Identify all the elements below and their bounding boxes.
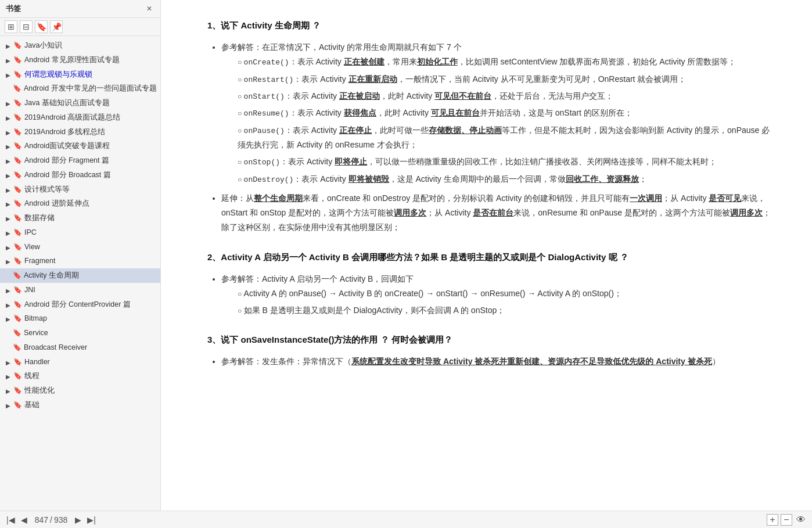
- arrow-icon: ▶: [6, 69, 12, 80]
- list-item: 参考解答：发生条件：异常情况下（系统配置发生改变时导致 Activity 被杀死…: [221, 354, 777, 369]
- sidebar-item-jni[interactable]: ▶ 🔖 JNI: [0, 283, 160, 297]
- sidebar-item-pessimistic[interactable]: ▶ 🔖 何谓悲观锁与乐观锁: [0, 67, 160, 82]
- toolbar-icon-2[interactable]: ⊟: [20, 20, 33, 33]
- sidebar-item-basics[interactable]: ▶ 🔖 基础: [0, 398, 160, 412]
- arrow-icon: ▶: [6, 227, 12, 238]
- bookmark-icon: 🔖: [13, 342, 21, 353]
- bookmark-icon: 🔖: [13, 98, 22, 108]
- zoom-out-button[interactable]: −: [781, 514, 792, 526]
- sidebar-header: 书签 ✕: [0, 0, 160, 18]
- bookmark-icon: 🔖: [13, 55, 22, 65]
- list-item: onRestart()：表示 Activity 正在重新启动，一般情况下，当前 …: [238, 72, 777, 87]
- bookmark-icon: 🔖: [13, 141, 22, 151]
- sidebar-item-2019-advanced[interactable]: ▶ 🔖 2019Android 高级面试题总结: [0, 110, 160, 125]
- next-page-button[interactable]: ▶: [73, 515, 83, 525]
- sidebar-item-thread[interactable]: ▶ 🔖 线程: [0, 369, 160, 383]
- bookmark-icon: 🔖: [13, 400, 22, 410]
- method-onstop: onStop(): [244, 158, 280, 167]
- sidebar-item-android-interview[interactable]: ▶ 🔖 Android 常见原理性面试专题: [0, 53, 160, 67]
- sidebar-item-fragment[interactable]: ▶ 🔖 Fragment: [0, 254, 160, 268]
- method-onstart: onStart(): [244, 92, 285, 101]
- sidebar-item-data-storage[interactable]: ▶ 🔖 数据存储: [0, 211, 160, 225]
- sidebar-item-label: 数据存储: [24, 213, 55, 224]
- arrow-icon: ▶: [6, 198, 12, 209]
- sidebar-item-android-fragment[interactable]: ▶ 🔖 Android 部分 Fragment 篇: [0, 153, 160, 168]
- bottom-nav-left: |◀ ◀ 847/938 ▶ ▶|: [5, 515, 98, 525]
- bottom-bar: |◀ ◀ 847/938 ▶ ▶| + − 👁: [0, 511, 812, 528]
- sidebar-item-label: Java 基础知识点面试专题: [24, 98, 110, 109]
- list-item: 参考解答：Activity A 启动另一个 Activity B，回调如下 Ac…: [221, 272, 777, 318]
- sidebar-item-handler[interactable]: ▶ 🔖 Handler: [0, 355, 160, 369]
- sidebar-item-service[interactable]: 🔖 Service: [0, 326, 160, 340]
- toolbar-icon-3[interactable]: 🔖: [35, 20, 48, 33]
- arrow-icon: ▶: [6, 285, 12, 295]
- bookmark-icon: 🔖: [13, 299, 22, 310]
- eye-icon[interactable]: 👁: [795, 515, 807, 525]
- bookmark-icon: 🔖: [13, 155, 22, 166]
- content-area: 1、说下 Activity 生命周期 ？ 参考解答：在正常情况下，Activit…: [161, 0, 812, 511]
- sidebar-item-label: Java小知识: [24, 40, 62, 51]
- sidebar-item-label: Activity 生命周期: [24, 270, 79, 281]
- close-icon[interactable]: ✕: [144, 3, 155, 14]
- method-oncreate: onCreate(): [244, 58, 289, 67]
- arrow-icon: ▶: [6, 256, 12, 266]
- sidebar-item-view[interactable]: ▶ 🔖 View: [0, 240, 160, 254]
- sidebar-item-java-basics[interactable]: ▶ 🔖 Java 基础知识点面试专题: [0, 96, 160, 110]
- method-onresume: onResume(): [244, 109, 289, 118]
- list-item: Activity A 的 onPause() → Activity B 的 on…: [238, 286, 777, 301]
- question-2-list: 参考解答：Activity A 启动另一个 Activity B，回调如下 Ac…: [221, 272, 777, 318]
- sidebar-item-android-course[interactable]: ▶ 🔖 Android面试突破专题课程: [0, 139, 160, 153]
- sidebar-item-contentprovider[interactable]: ▶ 🔖 Android 部分 ContentProvider 篇: [0, 297, 160, 312]
- bookmark-icon: 🔖: [13, 371, 22, 381]
- sidebar-item-label: Android 部分 ContentProvider 篇: [24, 299, 131, 310]
- sidebar-item-bitmap[interactable]: ▶ 🔖 Bitmap: [0, 311, 160, 326]
- sidebar-item-label: Fragment: [24, 256, 56, 267]
- sidebar-item-activity-lifecycle[interactable]: 🔖 Activity 生命周期: [0, 268, 160, 283]
- page-current: 847: [33, 515, 50, 525]
- sidebar-item-performance[interactable]: ▶ 🔖 性能优化: [0, 383, 160, 398]
- sidebar-item-label: 设计模式等等: [24, 184, 70, 195]
- arrow-icon: ▶: [6, 385, 12, 396]
- zoom-in-button[interactable]: +: [767, 514, 778, 526]
- bookmark-icon: 🔖: [13, 198, 22, 209]
- bookmark-icon: 🔖: [13, 227, 22, 238]
- bookmark-icon: 🔖: [13, 357, 22, 367]
- question-3-list: 参考解答：发生条件：异常情况下（系统配置发生改变时导致 Activity 被杀死…: [221, 354, 777, 369]
- arrow-icon: ▶: [6, 184, 12, 195]
- arrow-icon: ▶: [6, 357, 12, 367]
- sidebar-item-broadcast-receiver[interactable]: 🔖 Broadcast Receiver: [0, 340, 160, 355]
- sidebar-item-android-extension[interactable]: ▶ 🔖 Android 进阶延伸点: [0, 196, 160, 211]
- sidebar-item-label: 线程: [24, 371, 39, 382]
- toolbar-icon-1[interactable]: ⊞: [5, 20, 17, 33]
- sidebar-item-label: Android 常见原理性面试专题: [24, 55, 120, 66]
- list-item: onStart()：表示 Activity 正在被启动，此时 Activity …: [238, 89, 777, 103]
- sidebar-item-android-broadcast[interactable]: ▶ 🔖 Android 部分 Broadcast 篇: [0, 168, 160, 182]
- sidebar-item-label: IPC: [24, 227, 37, 238]
- bookmark-icon: 🔖: [13, 83, 21, 94]
- first-page-button[interactable]: |◀: [5, 515, 17, 525]
- sidebar-item-label: JNI: [24, 285, 35, 296]
- arrow-icon: ▶: [6, 299, 12, 310]
- prev-page-button[interactable]: ◀: [19, 515, 29, 525]
- sidebar-item-label: Bitmap: [24, 313, 47, 324]
- arrow-icon: ▶: [6, 98, 12, 108]
- sidebar-item-label: Broadcast Receiver: [24, 342, 87, 353]
- sidebar-item-label: View: [24, 242, 40, 253]
- sidebar-item-android-common[interactable]: 🔖 Android 开发中常见的一些问题面试专题: [0, 81, 160, 96]
- sidebar-item-java-knowledge[interactable]: ▶ 🔖 Java小知识: [0, 38, 160, 53]
- bookmark-icon: 🔖: [13, 40, 22, 51]
- bottom-nav-right: + − 👁: [767, 514, 807, 526]
- bookmark-icon: 🔖: [13, 69, 22, 80]
- sidebar-item-design-patterns[interactable]: ▶ 🔖 设计模式等等: [0, 182, 160, 197]
- arrow-icon: ▶: [6, 40, 12, 51]
- sidebar-item-label: Android 进阶延伸点: [24, 198, 89, 209]
- arrow-icon: ▶: [6, 127, 12, 137]
- sidebar-item-label: Android 部分 Broadcast 篇: [24, 170, 111, 181]
- toolbar-icon-4[interactable]: 📌: [50, 20, 63, 33]
- sidebar-item-2019-multithread[interactable]: ▶ 🔖 2019Android 多线程总结: [0, 125, 160, 139]
- sidebar-item-ipc[interactable]: ▶ 🔖 IPC: [0, 225, 160, 240]
- last-page-button[interactable]: ▶|: [85, 515, 98, 525]
- sidebar-item-label: 2019Android 高级面试题总结: [24, 112, 120, 123]
- list-item: onStop()：表示 Activity 即将停止，可以做一些稍微重量级的回收工…: [238, 155, 777, 169]
- sidebar-item-label: 何谓悲观锁与乐观锁: [24, 69, 92, 80]
